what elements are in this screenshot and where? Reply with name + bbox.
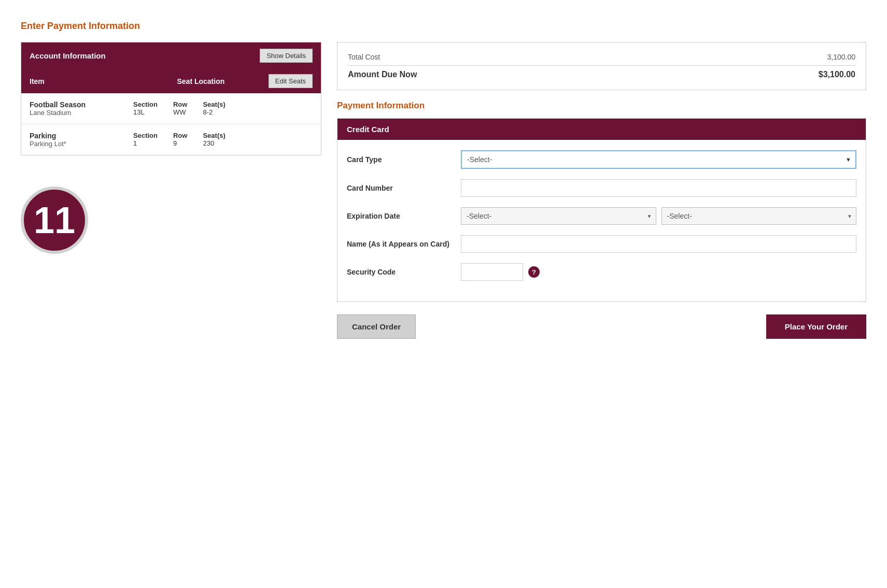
- name-input[interactable]: [461, 235, 856, 253]
- seats-value: 8-2: [203, 108, 225, 116]
- card-number-row: Card Number: [347, 179, 856, 197]
- payment-info-title: Payment Information: [337, 101, 866, 111]
- amount-due-label: Amount Due Now: [348, 70, 417, 79]
- expiry-year-wrapper: -Select- 202420252026 202720282029: [661, 207, 857, 225]
- security-code-input[interactable]: [461, 263, 523, 281]
- expiration-date-label: Expiration Date: [347, 212, 461, 220]
- cancel-order-button[interactable]: Cancel Order: [337, 314, 416, 339]
- total-cost-row: Total Cost 3,100.00: [348, 53, 855, 66]
- row-value: 9: [173, 139, 187, 147]
- row-label: Row: [173, 101, 187, 108]
- page-title: Enter Payment Information: [21, 21, 866, 32]
- table-row: Football Season Lane Stadium Section 13L…: [21, 93, 321, 124]
- place-order-button[interactable]: Place Your Order: [766, 314, 866, 339]
- item-subtitle: Parking Lot*: [30, 140, 133, 148]
- amount-due-row: Amount Due Now $3,100.00: [348, 70, 855, 79]
- action-buttons: Cancel Order Place Your Order: [337, 314, 866, 339]
- seat-details: Section 13L Row WW Seat(s) 8-2: [133, 101, 313, 116]
- section-col: Section 1: [133, 132, 158, 147]
- section-label: Section: [133, 101, 158, 108]
- card-type-select[interactable]: -Select- Visa MasterCard American Expres…: [461, 150, 856, 169]
- expiration-date-row: Expiration Date -Select- 01020304 050607…: [347, 207, 856, 225]
- table-row: Parking Parking Lot* Section 1 Row 9 Sea…: [21, 124, 321, 155]
- account-info-label: Account Information: [30, 51, 106, 60]
- col-seat-location-header: Seat Location: [133, 77, 269, 85]
- section-col: Section 13L: [133, 101, 158, 116]
- card-type-row: Card Type -Select- Visa MasterCard Ameri…: [347, 150, 856, 169]
- name-row: Name (As it Appears on Card): [347, 235, 856, 253]
- credit-card-body: Card Type -Select- Visa MasterCard Ameri…: [337, 140, 866, 302]
- cost-summary: Total Cost 3,100.00 Amount Due Now $3,10…: [337, 42, 866, 90]
- card-number-input[interactable]: [461, 179, 856, 197]
- expiry-month-wrapper: -Select- 01020304 05060708 09101112: [461, 207, 656, 225]
- card-type-label: Card Type: [347, 155, 461, 164]
- seats-value: 230: [203, 139, 225, 147]
- expiry-month-select[interactable]: -Select- 01020304 05060708 09101112: [461, 207, 656, 225]
- seats-label: Seat(s): [203, 132, 225, 139]
- security-code-help-icon[interactable]: ?: [528, 266, 540, 278]
- card-number-label: Card Number: [347, 184, 461, 192]
- section-value: 13L: [133, 108, 158, 116]
- security-code-label: Security Code: [347, 268, 461, 276]
- security-code-group: ?: [461, 263, 540, 281]
- security-code-row: Security Code ?: [347, 263, 856, 281]
- seats-col: Seat(s) 8-2: [203, 101, 225, 116]
- card-type-select-wrapper: -Select- Visa MasterCard American Expres…: [461, 150, 856, 169]
- total-cost-label: Total Cost: [348, 53, 380, 61]
- left-panel: Account Information Show Details Item Se…: [21, 42, 321, 254]
- item-subtitle: Lane Stadium: [30, 109, 133, 117]
- account-info-header: Account Information Show Details: [21, 42, 321, 69]
- row-value: WW: [173, 108, 187, 116]
- right-panel: Total Cost 3,100.00 Amount Due Now $3,10…: [337, 42, 866, 339]
- amount-due-value: $3,100.00: [819, 70, 855, 79]
- credit-card-header: Credit Card: [337, 119, 866, 140]
- item-name-col: Football Season Lane Stadium: [30, 101, 133, 117]
- items-table-header: Item Seat Location Edit Seats: [21, 69, 321, 93]
- row-label: Row: [173, 132, 187, 139]
- account-info-block: Account Information Show Details Item Se…: [21, 42, 321, 155]
- item-title: Parking: [30, 132, 133, 140]
- section-label: Section: [133, 132, 158, 139]
- seats-label: Seat(s): [203, 101, 225, 108]
- item-name-col: Parking Parking Lot*: [30, 132, 133, 148]
- edit-seats-button[interactable]: Edit Seats: [269, 74, 313, 88]
- show-details-button[interactable]: Show Details: [260, 49, 313, 63]
- item-title: Football Season: [30, 101, 133, 109]
- row-col: Row 9: [173, 132, 187, 147]
- col-item-header: Item: [30, 77, 133, 85]
- expiry-year-select[interactable]: -Select- 202420252026 202720282029: [661, 207, 857, 225]
- row-col: Row WW: [173, 101, 187, 116]
- step-indicator: 11: [21, 187, 88, 254]
- total-cost-value: 3,100.00: [827, 53, 856, 61]
- seat-details: Section 1 Row 9 Seat(s) 230: [133, 132, 313, 147]
- expiry-group: -Select- 01020304 05060708 09101112 -Sel…: [461, 207, 856, 225]
- seats-col: Seat(s) 230: [203, 132, 225, 147]
- name-label: Name (As it Appears on Card): [347, 240, 461, 248]
- section-value: 1: [133, 139, 158, 147]
- credit-card-block: Credit Card Card Type -Select- Visa Mast…: [337, 118, 866, 302]
